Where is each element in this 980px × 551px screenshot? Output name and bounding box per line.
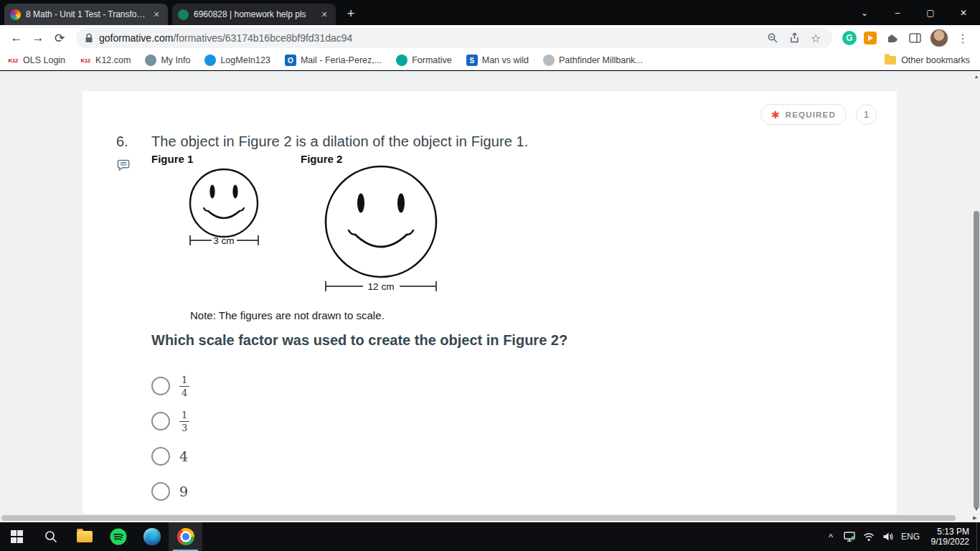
figure1-right-eye bbox=[232, 185, 237, 199]
option-nine[interactable]: 9 bbox=[151, 481, 189, 502]
tab-title: 8 Math - Unit 1 Test - Transforma... bbox=[26, 9, 146, 19]
spotify-icon bbox=[110, 528, 127, 545]
lock-icon bbox=[85, 33, 93, 44]
grammarly-extension-icon[interactable]: G bbox=[842, 31, 857, 45]
bookmark-label: Man vs wild bbox=[482, 55, 529, 65]
bookmark-logmein[interactable]: LogMeIn123 bbox=[204, 55, 270, 66]
option-four[interactable]: 4 bbox=[151, 446, 189, 467]
edge-button[interactable] bbox=[135, 522, 169, 551]
window-controls: ⌄ – ▢ ✕ bbox=[848, 0, 980, 25]
tab-homework-help[interactable]: 6960828 | homework help pls ✕ bbox=[172, 4, 336, 25]
volume-icon[interactable] bbox=[878, 522, 897, 551]
figure2-left-eye bbox=[357, 194, 364, 213]
show-desktop-button[interactable] bbox=[976, 522, 980, 551]
extensions-puzzle-icon[interactable] bbox=[884, 30, 900, 46]
option-one-third[interactable]: 1 3 bbox=[151, 410, 189, 432]
tab-title: 6960828 | homework help pls bbox=[194, 9, 314, 19]
new-tab-button[interactable]: + bbox=[340, 4, 362, 25]
bookmark-label: OLS Login bbox=[23, 55, 65, 65]
scroll-up-arrow-icon[interactable]: ▲ bbox=[973, 71, 980, 81]
url-text: goformative.com/formatives/63174b16bce8b… bbox=[99, 32, 352, 44]
close-button[interactable]: ✕ bbox=[947, 0, 980, 25]
bookmarks-bar: K12OLS Login K12K12.com My Info LogMeIn1… bbox=[0, 51, 980, 70]
bookmark-my-info[interactable]: My Info bbox=[145, 55, 190, 66]
points-badge: 1 bbox=[856, 104, 877, 125]
option-label-fraction: 1 3 bbox=[179, 410, 189, 433]
vertical-scrollbar[interactable]: ▲ ▼ bbox=[973, 71, 980, 514]
scroll-right-arrow-icon[interactable]: ▶ bbox=[971, 514, 979, 522]
option-label: 4 bbox=[179, 448, 188, 464]
brainly-favicon-icon bbox=[178, 9, 189, 20]
horizontal-scrollbar-thumb[interactable] bbox=[1, 515, 956, 521]
browser-menu-icon[interactable]: ⋮ bbox=[956, 32, 970, 45]
horizontal-scrollbar[interactable]: ▶ bbox=[0, 514, 980, 522]
language-indicator[interactable]: ENG bbox=[897, 522, 923, 551]
page-content: ✱ REQUIRED 1 6. The object in Figure 2 i… bbox=[0, 71, 973, 514]
figure2-right-eye bbox=[397, 194, 405, 213]
tab-close-icon[interactable]: ✕ bbox=[319, 9, 330, 20]
tab-search-icon[interactable]: ⌄ bbox=[848, 0, 881, 25]
radio-button[interactable] bbox=[151, 412, 170, 430]
start-button[interactable] bbox=[0, 522, 34, 551]
taskbar-search-button[interactable] bbox=[34, 522, 67, 551]
formative-icon bbox=[396, 55, 407, 66]
maximize-button[interactable]: ▢ bbox=[914, 0, 947, 25]
scroll-down-arrow-icon[interactable]: ▼ bbox=[973, 504, 980, 514]
screencast-extension-icon[interactable] bbox=[864, 32, 877, 44]
address-bar[interactable]: goformative.com/formatives/63174b16bce8b… bbox=[76, 28, 832, 48]
profile-avatar[interactable] bbox=[930, 29, 948, 47]
other-bookmarks-button[interactable]: Other bookmarks bbox=[885, 55, 973, 65]
bookmark-ols-login[interactable]: K12OLS Login bbox=[7, 55, 65, 66]
bookmark-label: Formative bbox=[412, 55, 452, 65]
browser-titlebar: 8 Math - Unit 1 Test - Transforma... ✕ 6… bbox=[0, 0, 980, 25]
zoom-icon[interactable] bbox=[765, 30, 781, 46]
forward-button[interactable]: → bbox=[27, 27, 49, 49]
question-number: 6. bbox=[116, 133, 151, 150]
option-one-fourth[interactable]: 1 4 bbox=[151, 375, 189, 397]
file-explorer-button[interactable] bbox=[67, 522, 101, 551]
tab-close-icon[interactable]: ✕ bbox=[151, 9, 162, 20]
figure1-left-eye bbox=[209, 185, 215, 199]
s-site-icon: S bbox=[466, 55, 478, 66]
bookmark-pathfinder[interactable]: Pathfinder Millbank... bbox=[543, 55, 643, 66]
windows-logo-icon bbox=[11, 530, 24, 543]
side-panel-icon[interactable] bbox=[907, 30, 923, 46]
hidden-icons-chevron[interactable]: ^ bbox=[822, 522, 839, 551]
system-tray: ^ ENG 5:13 PM 9/19/2022 bbox=[822, 522, 980, 551]
url-host: goformative.com bbox=[99, 32, 173, 44]
fraction-numerator: 1 bbox=[179, 375, 189, 386]
tab-active-formative[interactable]: 8 Math - Unit 1 Test - Transforma... ✕ bbox=[4, 4, 168, 25]
spotify-button[interactable] bbox=[101, 522, 135, 551]
bookmark-label: Mail - Feria-Perez,... bbox=[301, 55, 382, 65]
figure1-smile bbox=[208, 211, 240, 218]
figure1-smile-ends bbox=[204, 208, 244, 211]
bookmark-mail[interactable]: OMail - Feria-Perez,... bbox=[285, 55, 382, 66]
radio-button[interactable] bbox=[151, 447, 170, 466]
chrome-icon bbox=[177, 528, 194, 545]
badges-row: ✱ REQUIRED 1 bbox=[760, 104, 877, 125]
url-path: /formatives/63174b16bce8bf9fd31dac94 bbox=[173, 32, 352, 44]
radio-button[interactable] bbox=[151, 482, 170, 501]
other-bookmarks-label: Other bookmarks bbox=[901, 55, 970, 65]
figure2-label: Figure 2 bbox=[301, 153, 342, 165]
option-label-fraction: 1 4 bbox=[179, 375, 189, 397]
back-button[interactable]: ← bbox=[6, 27, 27, 49]
extensions-area: G ⋮ bbox=[842, 29, 970, 47]
share-icon[interactable] bbox=[786, 30, 802, 46]
bookmark-star-icon[interactable]: ☆ bbox=[808, 30, 824, 46]
bookmark-man-vs-wild[interactable]: SMan vs wild bbox=[466, 55, 529, 66]
question-text: The object in Figure 2 is a dilation of … bbox=[151, 133, 528, 150]
bookmark-k12com[interactable]: K12K12.com bbox=[80, 55, 131, 66]
comment-icon[interactable] bbox=[117, 159, 130, 174]
radio-button[interactable] bbox=[151, 377, 170, 395]
pc-status-tray-icon[interactable] bbox=[839, 522, 859, 551]
required-badge: ✱ REQUIRED bbox=[760, 104, 847, 125]
taskbar-clock[interactable]: 5:13 PM 9/19/2022 bbox=[923, 527, 976, 547]
minimize-button[interactable]: – bbox=[881, 0, 914, 25]
vertical-scrollbar-thumb[interactable] bbox=[974, 211, 979, 509]
chrome-button[interactable] bbox=[169, 522, 202, 551]
bookmark-formative[interactable]: Formative bbox=[396, 55, 452, 66]
refresh-button[interactable]: ⟳ bbox=[49, 27, 70, 49]
wifi-icon[interactable] bbox=[859, 522, 878, 551]
question-card: ✱ REQUIRED 1 6. The object in Figure 2 i… bbox=[83, 91, 897, 514]
